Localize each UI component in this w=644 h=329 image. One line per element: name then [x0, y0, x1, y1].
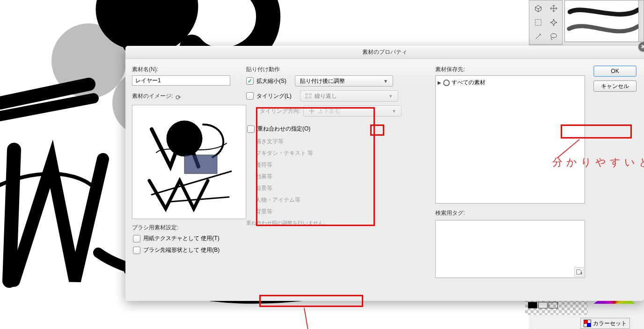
- material-image-preview[interactable]: [132, 105, 246, 219]
- overlap-item: 漫符等: [256, 161, 434, 169]
- tree-root-item[interactable]: ▶ すべての素材: [438, 78, 583, 88]
- tag-box[interactable]: +: [435, 220, 585, 278]
- scale-label: 拡大縮小(S): [256, 77, 286, 85]
- use-as-brush-tip-row[interactable]: ブラシ先端形状として 使用(B): [132, 245, 249, 255]
- overlap-item: 描き文字等: [256, 138, 434, 146]
- overlap-note: 重ね合わせ順の調整を行いません。: [246, 219, 434, 227]
- svg-rect-6: [184, 155, 217, 174]
- marquee-tool-icon[interactable]: [531, 16, 545, 29]
- overlap-item: 人物・アイテム等: [256, 196, 434, 204]
- tiling-dir-dropdown: 上下左右 ▼: [303, 105, 402, 117]
- tiling-mode-value: 繰り返し: [315, 92, 337, 100]
- material-name-input[interactable]: [132, 75, 230, 86]
- preview-scrollbar[interactable]: [638, 0, 644, 42]
- cancel-button[interactable]: キャンセル: [593, 80, 637, 92]
- sparkle-tool-icon[interactable]: [546, 16, 561, 29]
- color-set-label: カラーセット: [593, 320, 627, 328]
- svg-rect-10: [309, 96, 312, 99]
- use-as-texture-label: 用紙テクスチャとして 使用(T): [143, 234, 220, 242]
- cube-tool-icon[interactable]: [531, 2, 545, 15]
- svg-text:+: +: [580, 270, 582, 275]
- add-tag-button[interactable]: +: [574, 267, 584, 277]
- dialog-title: 素材のプロパティ: [362, 48, 407, 56]
- paste-mode-value: 貼り付け後に調整: [300, 77, 345, 85]
- checkbox-icon[interactable]: [133, 235, 140, 242]
- tag-label: 検索用タグ:: [435, 209, 585, 217]
- overlap-checkbox[interactable]: [247, 125, 255, 133]
- overlap-list: 描き文字等 フキダシ・テキスト 等 漫符等 効果等 前景等 人物・アイテム等 背…: [256, 138, 434, 216]
- svg-point-1: [51, 23, 126, 98]
- svg-rect-3: [535, 20, 541, 26]
- destination-label: 素材保存先:: [435, 66, 585, 73]
- overlap-item: フキダシ・テキスト 等: [256, 149, 434, 157]
- swatch[interactable]: [549, 302, 558, 308]
- svg-rect-9: [305, 96, 308, 99]
- overlap-label: 重ね合わせの指定(O): [257, 125, 310, 133]
- chevron-down-icon: ▼: [383, 79, 388, 84]
- scale-checkbox[interactable]: [246, 77, 254, 85]
- material-name-label: 素材名(N):: [132, 66, 249, 73]
- color-set-panel-tab[interactable]: カラーセット: [580, 318, 630, 329]
- svg-point-4: [550, 34, 556, 38]
- swatch[interactable]: [528, 302, 537, 308]
- tiling-checkbox[interactable]: [246, 92, 254, 100]
- color-set-icon: [584, 320, 591, 327]
- overlap-item: 効果等: [256, 173, 434, 181]
- use-as-brush-tip-label: ブラシ先端形状として 使用(B): [143, 246, 220, 254]
- brush-settings-label: ブラシ用素材設定:: [132, 224, 249, 232]
- tree-root-label: すべての素材: [452, 79, 485, 87]
- chevron-down-icon: ▼: [388, 94, 393, 99]
- dialog-titlebar[interactable]: 素材のプロパティ: [125, 46, 644, 59]
- svg-point-5: [167, 121, 202, 156]
- material-image-label: 素材のイメージ:: [132, 92, 173, 100]
- : タイリング(L): [256, 92, 292, 100]
- checkbox-icon[interactable]: [133, 247, 140, 254]
- tool-grid: [529, 0, 563, 45]
- material-property-dialog: 素材のプロパティ ✕ 素材名(N): 素材のイメージ: ⟳: [125, 46, 644, 301]
- brush-preview-panel: [564, 0, 644, 42]
- ok-button[interactable]: OK: [593, 66, 637, 77]
- chevron-down-icon: ▼: [392, 109, 396, 114]
- wand-tool-icon[interactable]: [531, 30, 545, 43]
- use-as-texture-row[interactable]: 用紙テクスチャとして 使用(T): [132, 234, 249, 243]
- tiling-dir-value: 上下左右: [318, 107, 340, 115]
- svg-rect-8: [309, 93, 312, 95]
- move-tool-icon[interactable]: [546, 2, 561, 15]
- lasso-tool-icon[interactable]: [546, 30, 561, 43]
- tiling-dir-label: タイリング方向:: [246, 107, 300, 115]
- destination-tree[interactable]: ▶ すべての素材: [435, 75, 585, 204]
- tiling-mode-dropdown: 繰り返し ▼: [300, 90, 398, 102]
- target-icon: [443, 80, 450, 86]
- swatch[interactable]: [538, 302, 548, 308]
- reload-icon[interactable]: ⟳: [176, 94, 181, 101]
- paste-mode-dropdown[interactable]: 貼り付け後に調整 ▼: [295, 75, 393, 87]
- overlap-item: 背景等: [256, 208, 434, 216]
- svg-rect-7: [305, 93, 308, 95]
- overlap-item: 前景等: [256, 184, 434, 192]
- paste-behavior-label: 貼り付け動作: [246, 66, 434, 73]
- triangle-right-icon: ▶: [438, 80, 441, 85]
